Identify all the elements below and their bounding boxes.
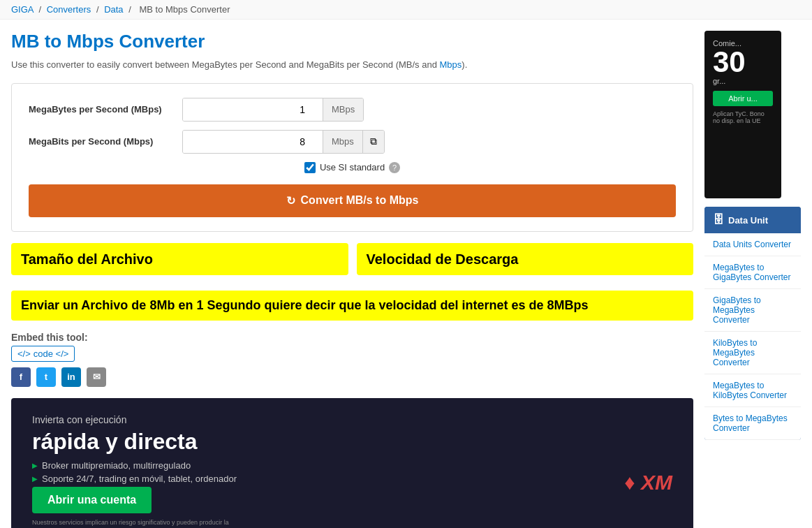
label-mbits: MegaBits per Second (Mbps) [29,136,182,147]
mbits-unit: Mbps [323,131,362,153]
breadcrumb-converters[interactable]: Converters [47,4,91,15]
annotation-download-speed: Velocidad de Descarga [357,243,694,275]
copy-button[interactable]: ⧉ [362,131,384,153]
convert-button[interactable]: ↻ Convert MB/s to Mbps [29,184,676,217]
annotations-row: Tamaño del Archivo Velocidad de Descarga [11,243,693,282]
embed-label: Embed this tool: [11,332,88,343]
annotation-explanation: Enviar un Archivo de 8Mb en 1 Segundo qu… [11,291,693,321]
main-content: MB to Mbps Converter Use this converter … [11,31,693,528]
ad-tagline: Invierta con ejecución [32,414,242,425]
si-standard-checkbox[interactable] [304,162,316,173]
breadcrumb-data[interactable]: Data [104,4,123,15]
page-title: MB to Mbps Converter [11,31,693,52]
help-icon[interactable]: ? [389,162,400,173]
breadcrumb-giga[interactable]: GIGA [11,4,34,15]
sidebar-widget-title-label: Data Unit [728,215,768,226]
sidebar-widget-title: 🗄 Data Unit [704,207,801,233]
sidebar-item-kb-to-mb[interactable]: KiloBytes to MegaBytes Converter [704,332,801,374]
social-share: f t in ✉ [11,367,693,387]
mbps-unit: MBps [323,98,363,121]
page-description: Use this converter to easily convert bet… [11,58,693,72]
ad-logo: ♦ XM [624,450,672,499]
ad-disclaimer: Nuestros servicios implican un riesgo si… [32,519,242,528]
input-row-mbps: MegaBytes per Second (MBps) MBps [29,98,676,122]
sidebar-ad-button[interactable]: Abrir u... [713,91,773,106]
breadcrumb-current: MB to Mbps Converter [139,4,230,15]
ad-open-account-button[interactable]: Abrir una cuenta [32,487,152,513]
si-standard-label: Use SI standard [320,162,385,173]
sidebar-ad-tag: Aplican TyC. Bono no disp. en la UE [713,110,773,124]
convert-button-label: Convert MB/s to Mbps [301,194,419,207]
sidebar-ad: Comie... 30 gr... Abrir u... Aplican TyC… [704,31,781,198]
sidebar-item-bytes-to-mb[interactable]: Bytes to MegaBytes Converter [704,407,801,440]
sidebar-item-mb-to-gb[interactable]: MegaBytes to GigaBytes Converter [704,256,801,289]
si-standard-row: Use SI standard ? [29,162,676,173]
mbps-link[interactable]: Mbps [440,59,462,70]
sidebar-item-mb-to-kb[interactable]: MegaBytes to KiloBytes Converter [704,374,801,407]
embed-code-button[interactable]: </> code </> [11,346,75,362]
ad-banner: Invierta con ejecución rápida y directa … [11,398,693,528]
label-mbps: MegaBytes per Second (MBps) [29,104,182,115]
ad-bullet2: Soporte 24/7, trading en móvil, tablet, … [32,474,242,484]
refresh-icon: ↻ [286,194,295,207]
sidebar-widget: 🗄 Data Unit Data Units Converter MegaByt… [704,207,801,440]
annotation-file-size: Tamaño del Archivo [11,243,348,275]
breadcrumb: GIGA / Converters / Data / MB to Mbps Co… [0,0,812,20]
sidebar-item-data-units[interactable]: Data Units Converter [704,233,801,256]
input-group-mbps: MBps [182,98,364,122]
email-share-button[interactable]: ✉ [87,367,106,387]
input-row-mbits: MegaBits per Second (Mbps) Mbps ⧉ [29,130,676,154]
mbps-input[interactable] [183,98,323,121]
embed-section: Embed this tool: </> code </> f t in ✉ [11,332,693,387]
input-group-mbits: Mbps ⧉ [182,130,385,154]
facebook-share-button[interactable]: f [11,367,31,387]
sidebar: Comie... 30 gr... Abrir u... Aplican TyC… [704,31,801,528]
ad-bullet1: Broker multipremiado, multirregulado [32,460,242,471]
sidebar-item-gb-to-mb[interactable]: GigaBytes to MegaBytes Converter [704,289,801,332]
ad-title: rápida y directa [32,428,242,455]
database-icon: 🗄 [713,214,724,226]
embed-code-label: code </> [34,349,69,359]
linkedin-share-button[interactable]: in [61,367,81,387]
mbits-input[interactable] [183,131,323,153]
twitter-share-button[interactable]: t [36,367,56,387]
converter-box: MegaBytes per Second (MBps) MBps MegaBit… [11,83,693,232]
ad-content: Invierta con ejecución rápida y directa … [11,400,263,528]
sidebar-ad-number: 30 [713,47,773,77]
code-icon: </> [17,349,31,359]
